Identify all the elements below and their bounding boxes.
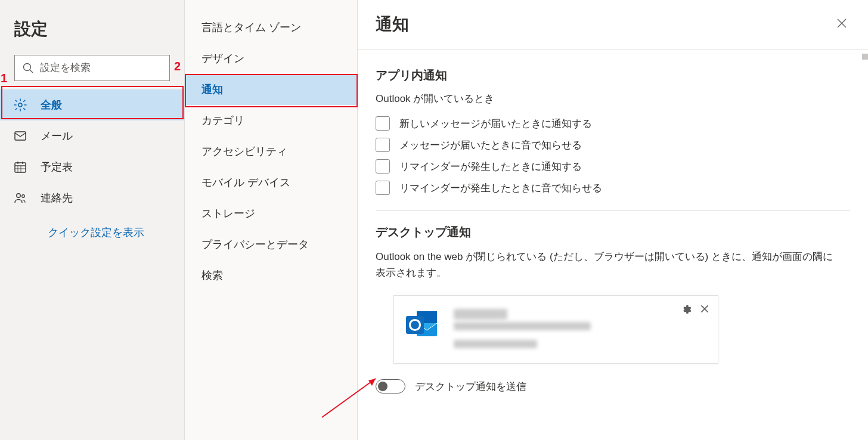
desktop-heading: デスクトップ通知: [376, 224, 850, 240]
checkbox-label: 新しいメッセージが届いたときに通知する: [399, 117, 592, 131]
inapp-heading: アプリ内通知: [376, 67, 850, 83]
svg-point-11: [17, 194, 20, 197]
sub-storage[interactable]: ストレージ: [185, 198, 357, 229]
checkbox-label: メッセージが届いたときに音で知らせる: [399, 138, 582, 152]
category-calendar[interactable]: 予定表: [0, 151, 184, 182]
checkbox-sound-message[interactable]: [376, 138, 390, 152]
checkbox-reminder-sound[interactable]: [376, 181, 390, 195]
checkbox-label: リマインダーが発生したときに通知する: [399, 160, 582, 173]
section-divider: [376, 210, 850, 211]
svg-rect-15: [406, 316, 424, 334]
svg-point-2: [18, 103, 22, 107]
svg-point-12: [22, 195, 25, 198]
notification-preview-card: [393, 295, 718, 364]
quick-settings-link[interactable]: クイック設定を表示: [0, 213, 184, 240]
svg-rect-3: [15, 132, 26, 140]
close-icon: [700, 304, 709, 314]
search-icon: [22, 62, 34, 74]
sub-accessibility[interactable]: アクセシビリティ: [185, 136, 357, 167]
sub-language[interactable]: 言語とタイム ゾーン: [185, 12, 357, 43]
svg-line-1: [30, 70, 33, 73]
category-people[interactable]: 連絡先: [0, 182, 184, 213]
sub-privacy[interactable]: プライバシーとデータ: [185, 229, 357, 260]
checkbox-label: リマインダーが発生したときに音で知らせる: [399, 181, 602, 195]
desktop-notification-toggle[interactable]: [376, 379, 405, 393]
check-row-reminder: リマインダーが発生したときに通知する: [376, 159, 850, 173]
close-icon: [836, 17, 848, 29]
sub-notifications[interactable]: 通知: [185, 74, 357, 105]
check-row-reminder-sound: リマインダーが発生したときに音で知らせる: [376, 181, 850, 195]
gear-icon: [681, 304, 692, 315]
category-label: 連絡先: [41, 191, 73, 205]
settings-left-panel: 設定 全般 メール 予定表 連絡先 クイック設定を表示: [0, 0, 185, 440]
inapp-sub: Outlook が開いているとき: [376, 92, 850, 106]
checkbox-new-message[interactable]: [376, 116, 390, 131]
checkbox-reminder[interactable]: [376, 159, 390, 173]
people-icon: [13, 191, 27, 205]
category-label: 予定表: [41, 160, 73, 174]
gear-icon: [13, 98, 27, 112]
settings-search-box[interactable]: [14, 55, 170, 81]
settings-detail-panel: 通知 アプリ内通知 Outlook が開いているとき 新しいメッセージが届いたと…: [358, 0, 868, 440]
notification-preview-text: [454, 305, 707, 354]
notification-dismiss-icon[interactable]: [700, 304, 709, 317]
settings-title: 設定: [0, 13, 184, 55]
check-row-sound-message: メッセージが届いたときに音で知らせる: [376, 138, 850, 152]
category-mail[interactable]: メール: [0, 120, 184, 151]
category-label: 全般: [41, 98, 62, 112]
svg-rect-4: [15, 163, 26, 172]
desktop-toggle-row: デスクトップ通知を送信: [376, 379, 850, 393]
desktop-desc: Outlook on the web が閉じられている (ただし、ブラウザーは開…: [376, 249, 841, 281]
close-button[interactable]: [833, 14, 850, 35]
settings-search-input[interactable]: [40, 62, 162, 74]
check-row-new-message: 新しいメッセージが届いたときに通知する: [376, 116, 850, 131]
sub-search[interactable]: 検索: [185, 260, 357, 291]
mail-icon: [13, 129, 27, 143]
scrollbar[interactable]: [862, 54, 868, 440]
detail-title: 通知: [376, 13, 409, 36]
category-general[interactable]: 全般: [0, 89, 184, 120]
sub-category[interactable]: カテゴリ: [185, 105, 357, 136]
calendar-icon: [13, 160, 27, 174]
sub-mobile[interactable]: モバイル デバイス: [185, 167, 357, 198]
outlook-icon: [405, 308, 439, 342]
notification-settings-icon[interactable]: [681, 304, 692, 317]
svg-point-0: [24, 64, 31, 71]
sub-design[interactable]: デザイン: [185, 43, 357, 74]
category-label: メール: [41, 129, 73, 143]
toggle-label: デスクトップ通知を送信: [415, 380, 526, 393]
settings-mid-panel: 言語とタイム ゾーン デザイン 通知 カテゴリ アクセシビリティ モバイル デバ…: [185, 0, 358, 440]
